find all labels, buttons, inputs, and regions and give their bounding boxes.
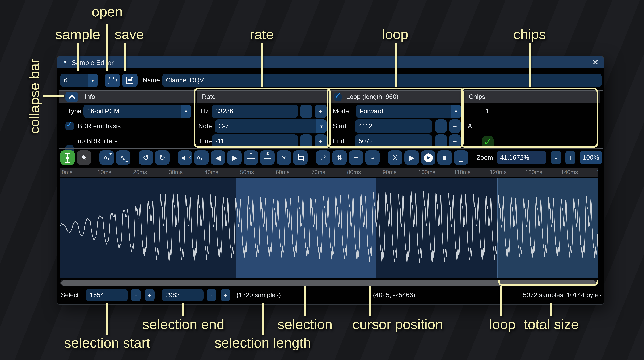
selection-start-minus-button[interactable]: - (131, 289, 141, 301)
preview-button[interactable]: ▶ (404, 150, 419, 165)
selection-end-minus-button[interactable]: - (206, 289, 216, 301)
screen: ▼ Sample Editor ✕ 6 ▼ Name Clarinet DQV … (0, 0, 644, 360)
delete-icon: × (282, 154, 286, 161)
reverse-button[interactable]: ⇄ (316, 150, 330, 165)
apply-silence-button[interactable]: —✱ (260, 150, 274, 165)
redo-icon: ↻ (159, 154, 166, 161)
type-value: 16-bit PCM (84, 104, 181, 118)
ruler-tick-label: 90ms (383, 169, 396, 175)
callout-line-loop-bottom (500, 286, 502, 316)
name-label: Name (143, 74, 160, 87)
sample-toolbar: ✎∿+∿↔↺↻◀)))∿↕◀▶—+—✱×⇄⇅±≈X▶▶■↑ Zoom 41.16… (60, 150, 602, 165)
waveform-view[interactable] (60, 178, 598, 278)
normalize-button[interactable]: ∿↕ (194, 150, 209, 165)
edit-draw-icon: ✎ (81, 154, 87, 161)
zoom-input[interactable]: 41.1672% (497, 151, 546, 164)
callout-loop-bottom: loop (489, 317, 516, 332)
waveform-canvas[interactable] (60, 178, 598, 278)
preview-loop-button[interactable]: ▶ (421, 150, 435, 165)
ruler-tick-label: 130ms (525, 169, 542, 175)
chevron-up-icon (69, 95, 75, 101)
ruler-tick-label: 50ms (240, 169, 254, 175)
collapse-bar-button[interactable] (66, 92, 78, 102)
undo-icon: ↺ (143, 154, 149, 161)
zoom-value: 41.1672% (500, 154, 529, 161)
fade-in-button[interactable]: ◀ (211, 150, 225, 165)
create-wavetable-button[interactable]: ↑ (454, 150, 468, 165)
edit-draw-button[interactable]: ✎ (77, 150, 91, 165)
zoom-out-button[interactable]: - (551, 151, 561, 164)
open-button[interactable] (104, 74, 120, 87)
ruler-tick-label: 140ms (561, 169, 578, 175)
callout-line-total-size (550, 303, 552, 316)
brr-emphasis-label: BRR emphasis (78, 120, 121, 133)
chevron-down-icon[interactable]: ▼ (88, 74, 98, 87)
select-label: Select (61, 289, 79, 301)
callout-bracket-loop (498, 280, 598, 286)
resample-button[interactable]: ∿↔ (116, 150, 130, 165)
callout-line-open (106, 24, 108, 70)
undo-button[interactable]: ↺ (138, 150, 153, 165)
redo-button[interactable]: ↻ (155, 150, 170, 165)
filter-button[interactable]: ≈ (365, 150, 380, 165)
selection-start-value: 1654 (90, 292, 104, 299)
info-header-label: Info (84, 93, 95, 100)
amplify-button[interactable]: ◀))) (178, 150, 192, 165)
callout-line-selection-length (262, 303, 264, 335)
ruler-tick-label: 0ms (62, 169, 72, 175)
selection-start-plus-button[interactable]: + (145, 289, 154, 301)
window-titlebar[interactable]: ▼ Sample Editor ✕ (57, 56, 604, 68)
callout-line-collapse-bar (43, 95, 64, 96)
timeline-ruler[interactable]: 0ms10ms20ms30ms40ms50ms60ms70ms80ms90ms1… (60, 168, 598, 177)
reverse-icon: ⇄ (320, 154, 326, 161)
edit-select-button[interactable] (60, 150, 75, 165)
zoom-label: Zoom (476, 154, 493, 161)
normalize-icon: ∿ (196, 154, 203, 162)
zoom-in-button[interactable]: + (565, 151, 576, 164)
callout-selection-end: selection end (142, 317, 224, 332)
callout-selection-length: selection length (214, 336, 311, 351)
callout-sample: sample (56, 27, 100, 42)
stop-preview-icon: ■ (442, 154, 447, 161)
ruler-tick-label: 120ms (490, 169, 507, 175)
window-collapse-icon[interactable]: ▼ (63, 60, 68, 65)
selection-end-plus-button[interactable]: + (220, 289, 230, 301)
zoom-reset-button[interactable]: 100% (580, 151, 602, 164)
ruler-tick-label: 70ms (312, 169, 325, 175)
preview-loop-icon: ▶ (424, 153, 432, 162)
sample-selector-value: 6 (60, 74, 88, 87)
close-button[interactable]: ✕ (592, 58, 599, 67)
callout-line-rate (261, 43, 262, 86)
resize-button[interactable]: ∿+ (100, 150, 114, 165)
signed-unsigned-button[interactable]: ± (349, 150, 363, 165)
callout-line-selection (304, 286, 306, 316)
folder-open-icon (108, 78, 116, 84)
save-button[interactable] (122, 74, 138, 87)
loop-callout-box (327, 88, 464, 148)
create-wavetable-icon: ↑ (459, 154, 463, 162)
brr-emphasis-checkbox[interactable]: ✓ (66, 122, 74, 130)
chevron-down-icon: ▼ (181, 104, 191, 118)
invert-icon: ⇅ (336, 154, 342, 161)
delete-button[interactable]: × (277, 150, 291, 165)
fade-out-button[interactable]: ▶ (227, 150, 242, 165)
invert-button[interactable]: ⇅ (332, 150, 347, 165)
info-panel-header[interactable]: Info (59, 91, 196, 103)
resize-icon: ∿ (104, 154, 110, 162)
selection-length-text: (1329 samples) (236, 289, 281, 301)
stop-preview-button[interactable]: ■ (438, 150, 452, 165)
callout-selection: selection (278, 317, 332, 332)
sample-selector[interactable]: 6 ▼ (60, 74, 98, 87)
ruler-tick-label: 20ms (133, 169, 147, 175)
trim-button[interactable] (293, 150, 308, 165)
selection-start-input[interactable]: 1654 (86, 289, 128, 301)
callout-line-selection-start (106, 303, 108, 335)
ruler-tick-label: 60ms (276, 169, 290, 175)
selection-end-input[interactable]: 2983 (162, 289, 204, 301)
ruler-tick-label: 150 (596, 169, 598, 175)
crossfade-loop-button[interactable]: X (388, 150, 402, 165)
insert-silence-button[interactable]: —+ (244, 150, 258, 165)
type-dropdown[interactable]: 16-bit PCM ▼ (84, 104, 191, 118)
fade-out-icon: ▶ (232, 154, 237, 161)
name-input[interactable]: Clarinet DQV (162, 74, 602, 87)
